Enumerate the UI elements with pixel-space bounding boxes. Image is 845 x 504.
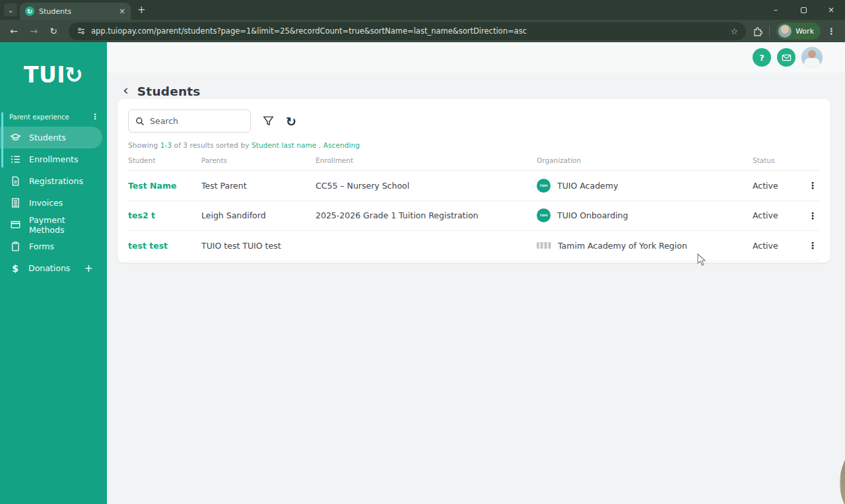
main-content: ? ‹ Students ↻ bbox=[107, 42, 845, 504]
url-text[interactable]: app.tuiopay.com/parent/students?page=1&l… bbox=[91, 26, 725, 36]
refresh-button[interactable]: ↻ bbox=[286, 114, 296, 129]
column-enrollment[interactable]: Enrollment bbox=[316, 156, 537, 164]
sidebar-item-invoices[interactable]: Invoices bbox=[0, 192, 102, 214]
sort-direction-link[interactable]: Ascending bbox=[323, 141, 360, 149]
close-window-button[interactable]: × bbox=[817, 0, 845, 20]
browser-tab[interactable]: ↻ Students × bbox=[20, 3, 131, 20]
reload-button[interactable]: ↻ bbox=[45, 22, 62, 40]
sidebar-item-enrollments[interactable]: Enrollments bbox=[0, 148, 102, 170]
filter-button[interactable] bbox=[263, 115, 274, 127]
column-organization[interactable]: Organization bbox=[537, 156, 753, 164]
sidebar-section-label: Parent experience bbox=[9, 113, 69, 121]
students-card: ↻ Showing 1-3 of 3 results sorted by Stu… bbox=[118, 99, 830, 263]
row-actions-menu-icon[interactable]: ⋮ bbox=[808, 240, 823, 251]
page-header: ‹ Students bbox=[123, 84, 845, 98]
window-controls: – × bbox=[762, 0, 845, 20]
dollar-icon: $ bbox=[10, 263, 20, 274]
table-row: test test TUIO test TUIO test Tamim Acad… bbox=[128, 231, 820, 261]
sidebar-item-label: Invoices bbox=[29, 198, 63, 208]
sidebar-item-label: Registrations bbox=[29, 176, 83, 186]
enrollment-cell: 2025-2026 Grade 1 Tuition Registration bbox=[316, 210, 537, 220]
sidebar-item-forms[interactable]: Forms bbox=[0, 236, 102, 257]
row-actions-menu-icon[interactable]: ⋮ bbox=[808, 210, 823, 221]
help-button[interactable]: ? bbox=[753, 48, 771, 67]
bookmark-star-icon[interactable]: ☆ bbox=[730, 26, 738, 36]
table-row: Test Name Test Parent CC55 – Nursery Sch… bbox=[128, 171, 820, 201]
enrollment-cell: CC55 – Nursery School bbox=[316, 181, 537, 191]
browser-tab-strip: ⌄ ↻ Students × + – × bbox=[0, 0, 845, 20]
parents-cell: Leigh Sandiford bbox=[201, 210, 316, 220]
back-button[interactable]: ← bbox=[5, 22, 22, 40]
sidebar-item-label: Students bbox=[29, 133, 66, 142]
tamim-org-logo-icon bbox=[537, 242, 551, 249]
status-cell: Active bbox=[753, 181, 808, 191]
profile-avatar bbox=[778, 24, 792, 38]
sidebar-section-header: Parent experience ⋮ bbox=[0, 112, 107, 121]
column-parents[interactable]: Parents bbox=[201, 156, 316, 164]
sidebar-scrollbar[interactable] bbox=[1, 112, 3, 168]
sidebar: TUI↻ Parent experience ⋮ Students Enroll… bbox=[0, 42, 107, 504]
back-chevron-icon[interactable]: ‹ bbox=[123, 83, 129, 98]
avatar-body bbox=[804, 58, 820, 68]
logo-arrows-icon: ↻ bbox=[65, 62, 83, 88]
tab-close-icon[interactable]: × bbox=[119, 7, 125, 16]
extensions-icon[interactable] bbox=[753, 26, 762, 36]
results-summary: Showing 1-3 of 3 results sorted by Stude… bbox=[128, 141, 820, 149]
tab-search-icon[interactable]: ⌄ bbox=[4, 3, 17, 16]
column-status[interactable]: Status bbox=[753, 156, 808, 164]
user-avatar[interactable] bbox=[801, 47, 823, 68]
avatar-head bbox=[808, 50, 816, 58]
sidebar-section-menu-icon[interactable]: ⋮ bbox=[91, 112, 99, 121]
status-cell: Active bbox=[753, 241, 808, 251]
add-donation-icon[interactable]: + bbox=[84, 262, 93, 274]
app-window: TUI↻ Parent experience ⋮ Students Enroll… bbox=[0, 42, 845, 504]
sidebar-item-students[interactable]: Students bbox=[0, 127, 102, 148]
sidebar-item-label: Donations bbox=[28, 263, 70, 273]
maximize-button[interactable] bbox=[790, 0, 817, 20]
tuio-org-badge-icon: TUIO bbox=[537, 208, 551, 222]
profile-name: Work bbox=[795, 27, 814, 36]
credit-card-icon bbox=[10, 219, 21, 230]
new-tab-button[interactable]: + bbox=[137, 4, 146, 16]
url-bar[interactable]: app.tuiopay.com/parent/students?page=1&l… bbox=[69, 22, 746, 40]
row-actions-menu-icon[interactable]: ⋮ bbox=[808, 180, 823, 191]
forward-button[interactable]: → bbox=[25, 22, 42, 40]
search-box[interactable] bbox=[128, 110, 251, 133]
clipboard-icon bbox=[10, 241, 21, 252]
results-range: 1-3 bbox=[160, 141, 172, 149]
browser-menu-icon[interactable]: ⋮ bbox=[823, 26, 840, 36]
list-icon bbox=[10, 154, 21, 165]
organization-cell: Tamim Academy of York Region bbox=[537, 241, 753, 251]
maximize-icon bbox=[801, 7, 807, 13]
sidebar-item-payment-methods[interactable]: Payment Methods bbox=[0, 214, 102, 236]
student-name-link[interactable]: tes2 t bbox=[128, 210, 201, 220]
browser-profile-chip[interactable]: Work bbox=[776, 22, 821, 40]
parents-cell: Test Parent bbox=[201, 181, 316, 191]
invoice-icon bbox=[10, 197, 21, 208]
page-title: Students bbox=[137, 84, 201, 98]
column-student[interactable]: Student bbox=[128, 156, 201, 164]
sort-field-link[interactable]: Student last name bbox=[252, 141, 316, 149]
site-info-icon[interactable] bbox=[77, 26, 86, 36]
sidebar-item-donations[interactable]: $ Donations + bbox=[0, 257, 102, 279]
toolbar-divider bbox=[769, 26, 770, 36]
messages-button[interactable] bbox=[777, 48, 795, 67]
search-row: ↻ bbox=[128, 110, 820, 133]
student-name-link[interactable]: test test bbox=[128, 241, 201, 251]
webcam-overlay: OIUT bbox=[840, 431, 845, 504]
webcam-background bbox=[840, 431, 845, 504]
app-topbar: ? bbox=[107, 42, 845, 73]
table-row: tes2 t Leigh Sandiford 2025-2026 Grade 1… bbox=[128, 201, 820, 232]
tuio-logo: TUI↻ bbox=[0, 42, 107, 100]
sidebar-item-label: Enrollments bbox=[29, 154, 78, 164]
filter-funnel-icon bbox=[263, 115, 274, 127]
graduation-cap-icon bbox=[10, 132, 21, 143]
minimize-button[interactable]: – bbox=[762, 0, 790, 20]
envelope-icon bbox=[782, 53, 792, 63]
sidebar-item-label: Forms bbox=[29, 241, 54, 251]
student-name-link[interactable]: Test Name bbox=[128, 181, 201, 191]
organization-cell: TUIO TUIO Academy bbox=[537, 179, 753, 193]
browser-toolbar: ← → ↻ app.tuiopay.com/parent/students?pa… bbox=[0, 20, 845, 42]
sidebar-item-registrations[interactable]: Registrations bbox=[0, 170, 102, 192]
search-input[interactable] bbox=[150, 116, 229, 126]
